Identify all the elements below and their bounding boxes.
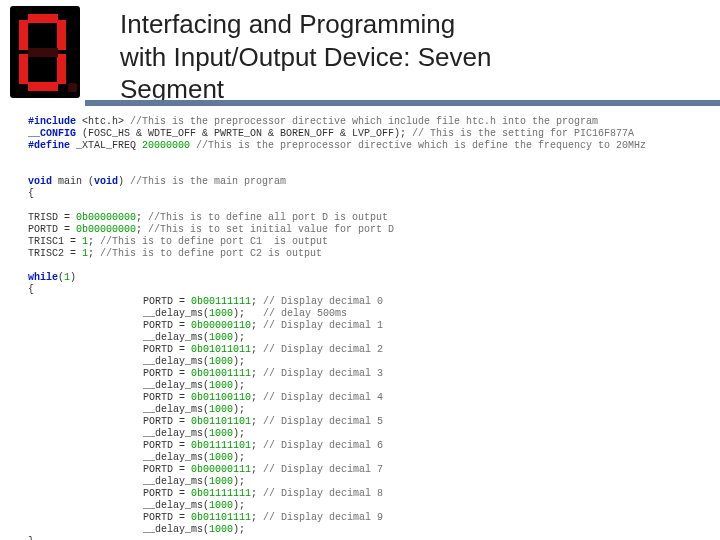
title-line-2: with Input/Output Device: Seven [120, 42, 491, 72]
slide-title: Interfacing and Programming with Input/O… [120, 8, 491, 106]
seven-segment-icon [10, 6, 80, 98]
title-line-1: Interfacing and Programming [120, 9, 455, 39]
header-rule [85, 100, 720, 106]
slide-header: Interfacing and Programming with Input/O… [0, 0, 720, 110]
code-block: #include <htc.h> //This is the preproces… [0, 110, 720, 540]
